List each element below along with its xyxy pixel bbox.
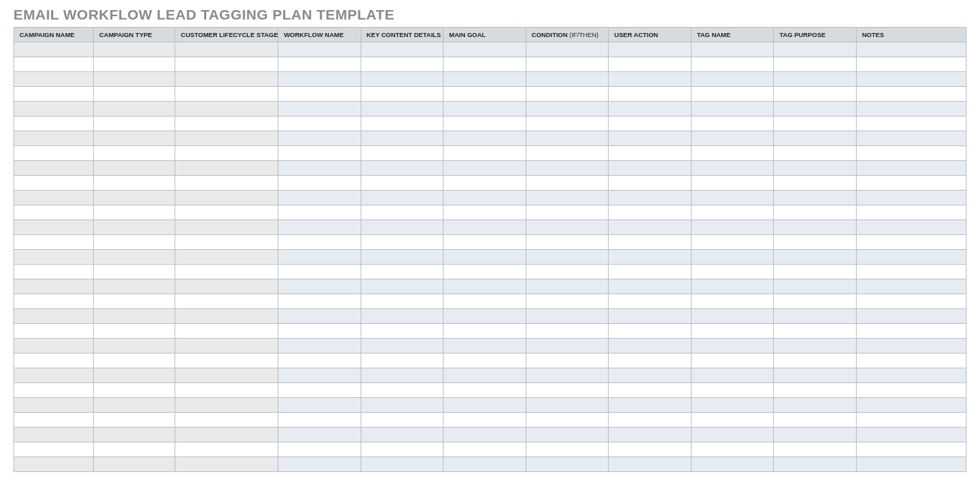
table-cell[interactable] <box>691 279 774 294</box>
table-cell[interactable] <box>691 339 774 354</box>
table-cell[interactable] <box>609 354 692 368</box>
table-cell[interactable] <box>609 279 692 294</box>
table-cell[interactable] <box>609 383 692 398</box>
table-cell[interactable] <box>175 235 278 250</box>
table-cell[interactable] <box>14 161 94 176</box>
table-cell[interactable] <box>856 161 966 176</box>
table-cell[interactable] <box>774 176 857 191</box>
table-cell[interactable] <box>14 413 94 428</box>
table-cell[interactable] <box>774 428 857 442</box>
table-cell[interactable] <box>526 442 609 457</box>
table-cell[interactable] <box>278 413 361 428</box>
table-cell[interactable] <box>774 413 857 428</box>
table-cell[interactable] <box>361 220 443 235</box>
table-cell[interactable] <box>526 368 609 383</box>
table-cell[interactable] <box>609 87 692 102</box>
table-cell[interactable] <box>526 398 609 413</box>
table-cell[interactable] <box>278 220 361 235</box>
table-cell[interactable] <box>94 250 175 265</box>
table-cell[interactable] <box>14 131 94 146</box>
table-cell[interactable] <box>856 235 966 250</box>
table-cell[interactable] <box>94 220 175 235</box>
table-cell[interactable] <box>443 279 526 294</box>
table-cell[interactable] <box>94 457 175 472</box>
table-cell[interactable] <box>14 191 94 205</box>
table-cell[interactable] <box>94 146 175 161</box>
table-cell[interactable] <box>443 250 526 265</box>
table-cell[interactable] <box>94 413 175 428</box>
table-cell[interactable] <box>691 398 774 413</box>
table-cell[interactable] <box>856 102 966 116</box>
table-cell[interactable] <box>278 324 361 339</box>
table-cell[interactable] <box>526 131 609 146</box>
table-cell[interactable] <box>774 205 857 220</box>
table-cell[interactable] <box>443 102 526 116</box>
table-cell[interactable] <box>526 42 609 57</box>
table-cell[interactable] <box>361 457 443 472</box>
table-cell[interactable] <box>774 191 857 205</box>
table-cell[interactable] <box>14 354 94 368</box>
table-cell[interactable] <box>691 309 774 324</box>
table-cell[interactable] <box>856 72 966 87</box>
table-cell[interactable] <box>361 265 443 279</box>
table-cell[interactable] <box>278 383 361 398</box>
table-cell[interactable] <box>443 176 526 191</box>
table-cell[interactable] <box>609 442 692 457</box>
table-cell[interactable] <box>443 235 526 250</box>
table-cell[interactable] <box>609 339 692 354</box>
table-cell[interactable] <box>14 457 94 472</box>
table-cell[interactable] <box>278 87 361 102</box>
table-cell[interactable] <box>691 131 774 146</box>
table-cell[interactable] <box>94 265 175 279</box>
table-cell[interactable] <box>94 161 175 176</box>
table-cell[interactable] <box>278 102 361 116</box>
table-cell[interactable] <box>856 87 966 102</box>
table-cell[interactable] <box>361 191 443 205</box>
table-cell[interactable] <box>774 57 857 72</box>
table-cell[interactable] <box>774 457 857 472</box>
table-cell[interactable] <box>175 428 278 442</box>
table-cell[interactable] <box>774 102 857 116</box>
table-cell[interactable] <box>14 72 94 87</box>
table-cell[interactable] <box>361 250 443 265</box>
table-cell[interactable] <box>175 442 278 457</box>
table-cell[interactable] <box>526 102 609 116</box>
table-cell[interactable] <box>774 279 857 294</box>
table-cell[interactable] <box>175 116 278 131</box>
table-cell[interactable] <box>175 102 278 116</box>
table-cell[interactable] <box>856 250 966 265</box>
table-cell[interactable] <box>443 205 526 220</box>
table-cell[interactable] <box>361 398 443 413</box>
table-cell[interactable] <box>175 87 278 102</box>
table-cell[interactable] <box>443 324 526 339</box>
table-cell[interactable] <box>361 72 443 87</box>
table-cell[interactable] <box>94 442 175 457</box>
table-cell[interactable] <box>526 413 609 428</box>
table-cell[interactable] <box>691 205 774 220</box>
table-cell[interactable] <box>691 457 774 472</box>
table-cell[interactable] <box>856 294 966 309</box>
table-cell[interactable] <box>278 57 361 72</box>
table-cell[interactable] <box>361 87 443 102</box>
table-cell[interactable] <box>94 72 175 87</box>
table-cell[interactable] <box>14 87 94 102</box>
table-cell[interactable] <box>443 383 526 398</box>
table-cell[interactable] <box>774 368 857 383</box>
table-cell[interactable] <box>175 309 278 324</box>
table-cell[interactable] <box>609 294 692 309</box>
table-cell[interactable] <box>691 324 774 339</box>
table-cell[interactable] <box>526 220 609 235</box>
table-cell[interactable] <box>856 116 966 131</box>
table-cell[interactable] <box>278 235 361 250</box>
table-cell[interactable] <box>14 116 94 131</box>
table-cell[interactable] <box>856 131 966 146</box>
table-cell[interactable] <box>691 42 774 57</box>
table-cell[interactable] <box>443 87 526 102</box>
table-cell[interactable] <box>691 72 774 87</box>
table-cell[interactable] <box>856 191 966 205</box>
table-cell[interactable] <box>609 131 692 146</box>
table-cell[interactable] <box>94 279 175 294</box>
table-cell[interactable] <box>526 250 609 265</box>
table-cell[interactable] <box>361 131 443 146</box>
table-cell[interactable] <box>175 72 278 87</box>
